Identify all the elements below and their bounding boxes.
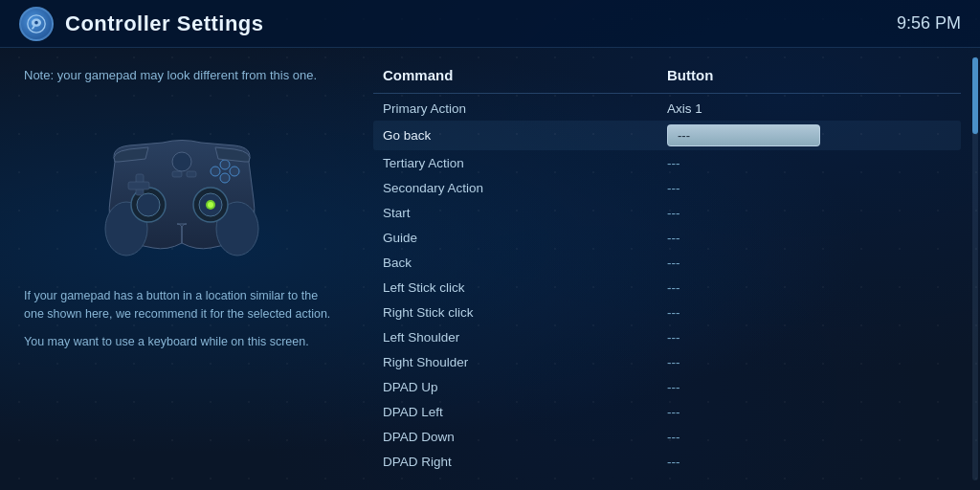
column-command: Command bbox=[383, 67, 667, 83]
command-name: DPAD Up bbox=[383, 380, 667, 394]
command-button: --- bbox=[667, 355, 951, 369]
table-row[interactable]: DPAD Down --- bbox=[373, 424, 961, 449]
command-button: --- bbox=[667, 256, 951, 270]
command-button: --- bbox=[667, 430, 951, 444]
page-title: Controller Settings bbox=[65, 11, 264, 36]
note-text: Note: your gamepad may look different fr… bbox=[24, 67, 340, 84]
command-name: DPAD Right bbox=[383, 455, 667, 469]
command-button: --- bbox=[667, 156, 951, 170]
table-row[interactable]: Guide --- bbox=[373, 225, 961, 250]
svg-point-18 bbox=[172, 152, 191, 171]
command-name: Left Stick click bbox=[383, 280, 667, 295]
command-name: Right Stick click bbox=[383, 305, 667, 320]
table-row[interactable]: Start --- bbox=[373, 200, 961, 225]
svg-point-12 bbox=[220, 173, 230, 183]
clock: 9:56 PM bbox=[897, 13, 961, 33]
svg-point-1 bbox=[34, 20, 38, 24]
column-button: Button bbox=[667, 67, 951, 83]
table-row[interactable]: DPAD Left --- bbox=[373, 399, 961, 424]
command-name: Right Shoulder bbox=[383, 355, 667, 369]
table-row[interactable]: Right Shoulder --- bbox=[373, 349, 961, 374]
command-button: --- bbox=[667, 206, 951, 220]
commands-list: Primary Action Axis 1 Go back --- Tertia… bbox=[373, 96, 961, 471]
header-left: Controller Settings bbox=[19, 7, 264, 41]
command-name: Back bbox=[383, 256, 667, 270]
table-row[interactable]: DPAD Up --- bbox=[373, 374, 961, 399]
command-button: --- bbox=[667, 231, 951, 245]
svg-rect-16 bbox=[172, 171, 182, 177]
table-row[interactable]: Back --- bbox=[373, 250, 961, 275]
command-name: Start bbox=[383, 206, 667, 220]
command-button: --- bbox=[667, 124, 951, 146]
table-row[interactable]: Primary Action Axis 1 bbox=[373, 96, 961, 121]
table-row[interactable]: Left Shoulder --- bbox=[373, 324, 961, 349]
command-button: --- bbox=[667, 455, 951, 469]
header: Controller Settings 9:56 PM bbox=[0, 0, 980, 48]
command-button: --- bbox=[667, 181, 951, 195]
svg-point-14 bbox=[220, 160, 230, 169]
svg-point-5 bbox=[137, 193, 160, 216]
command-button: --- bbox=[667, 280, 951, 295]
svg-rect-17 bbox=[187, 171, 196, 177]
command-name: Left Shoulder bbox=[383, 330, 667, 345]
table-row[interactable]: Tertiary Action --- bbox=[373, 150, 961, 175]
info-text-1: If your gamepad has a button in a locati… bbox=[24, 287, 340, 323]
table-row[interactable]: DPAD Right --- bbox=[373, 449, 961, 471]
info-text-2: You may want to use a keyboard while on … bbox=[24, 333, 340, 351]
svg-point-13 bbox=[230, 167, 239, 176]
command-button: --- bbox=[667, 330, 951, 345]
scrollbar-thumb[interactable] bbox=[972, 57, 978, 134]
command-name: DPAD Left bbox=[383, 405, 667, 419]
command-button: --- bbox=[667, 380, 951, 394]
right-panel: Command Button Primary Action Axis 1 Go … bbox=[364, 48, 980, 490]
command-name: Primary Action bbox=[383, 101, 667, 116]
steam-logo-icon bbox=[19, 7, 54, 41]
table-row[interactable]: Secondary Action --- bbox=[373, 175, 961, 200]
command-button: --- bbox=[667, 305, 951, 320]
command-button: --- bbox=[667, 405, 951, 419]
table-header: Command Button bbox=[373, 62, 961, 94]
command-name: Tertiary Action bbox=[383, 156, 667, 170]
left-panel: Note: your gamepad may look different fr… bbox=[0, 48, 364, 490]
button-display-box: --- bbox=[667, 124, 820, 146]
command-name: Go back bbox=[383, 128, 667, 143]
command-name: DPAD Down bbox=[383, 430, 667, 444]
scrollbar-track[interactable] bbox=[972, 57, 978, 480]
table-row[interactable]: Left Stick click --- bbox=[373, 275, 961, 300]
command-button: Axis 1 bbox=[667, 101, 951, 116]
svg-rect-11 bbox=[128, 182, 149, 189]
command-name: Secondary Action bbox=[383, 181, 667, 195]
command-name: Guide bbox=[383, 231, 667, 245]
svg-point-15 bbox=[211, 167, 220, 176]
info-text-block: If your gamepad has a button in a locati… bbox=[24, 287, 340, 360]
main-content: Note: your gamepad may look different fr… bbox=[0, 48, 980, 490]
svg-point-9 bbox=[208, 202, 213, 208]
table-row[interactable]: Go back --- bbox=[373, 121, 961, 150]
table-row[interactable]: Right Stick click --- bbox=[373, 300, 961, 324]
controller-illustration bbox=[24, 100, 340, 272]
